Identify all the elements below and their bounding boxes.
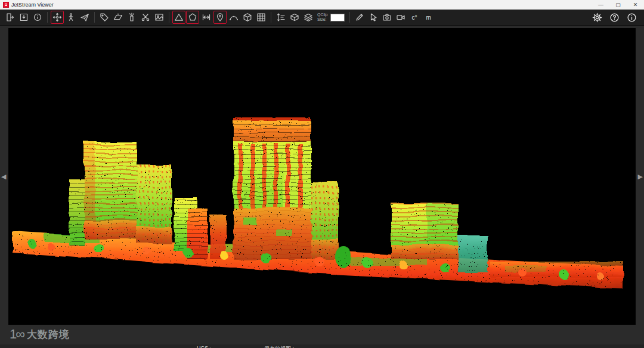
point-cloud-viewport[interactable] (8, 28, 636, 325)
prev-view-arrow[interactable]: ◀ (1, 173, 6, 180)
elevation-tool-icon[interactable] (274, 11, 287, 24)
cut-tool-icon[interactable] (139, 11, 152, 24)
qclip-size-input[interactable] (330, 14, 345, 21)
next-view-arrow[interactable]: ▶ (638, 173, 643, 180)
watermark-text: 大数跨境 (27, 328, 70, 341)
length-unit-label[interactable]: m (426, 14, 431, 21)
snapshot-region-icon[interactable] (153, 11, 166, 24)
window-title: JetStream Viewer (11, 2, 54, 8)
fly-tool-icon[interactable] (78, 11, 91, 24)
status-bar: UCS : 保存的视图 : (0, 344, 644, 348)
toolbar-right (590, 11, 640, 24)
arc-measure-icon[interactable] (227, 11, 240, 24)
qclip-size-label: QClip Size: (317, 13, 328, 22)
maximize-button[interactable]: ▢ (609, 0, 627, 10)
ucs-label: UCS : (197, 345, 211, 348)
distance-measure-icon[interactable] (200, 11, 213, 24)
volume-measure-icon[interactable] (241, 11, 254, 24)
camera-icon[interactable] (380, 11, 394, 24)
toolbar-separator (271, 12, 271, 23)
video-capture-icon[interactable] (394, 11, 407, 24)
help-icon[interactable] (608, 11, 621, 24)
titlebar: JetStream Viewer — ▢ ✕ (0, 0, 644, 10)
import-box-icon[interactable] (17, 11, 30, 24)
clip-plane-icon[interactable] (288, 11, 301, 24)
annotate-pencil-icon[interactable] (353, 11, 366, 24)
settings-gear-icon[interactable] (590, 11, 603, 24)
toolbar-separator (47, 12, 48, 23)
app-logo-icon (3, 2, 9, 8)
watermark: 1∞ 大数跨境 (10, 327, 70, 342)
grid-tool-icon[interactable] (255, 11, 268, 24)
toolbar-separator (169, 12, 169, 23)
plane-fit-tool-icon[interactable] (112, 11, 125, 24)
orbit-tool-icon[interactable] (51, 11, 64, 24)
toolbar: QClip Size: c° m (0, 10, 644, 26)
triangle-measure-icon[interactable] (172, 11, 185, 24)
open-door-icon[interactable] (4, 11, 17, 24)
viewport-area: ◀ ▶ (8, 28, 636, 325)
toolbar-separator (349, 12, 350, 23)
saved-views-label: 保存的视图 : (264, 345, 294, 348)
watermark-logo: 1∞ (10, 327, 24, 342)
walk-tool-icon[interactable] (64, 11, 78, 24)
toolbar-separator (94, 12, 95, 23)
polygon-measure-icon[interactable] (186, 11, 199, 24)
select-cursor-icon[interactable] (367, 11, 380, 24)
tag-tool-icon[interactable] (98, 11, 111, 24)
about-info-icon[interactable] (625, 11, 638, 24)
layers-icon[interactable] (302, 11, 315, 24)
minimize-button[interactable]: — (592, 0, 609, 10)
paint-tool-icon[interactable] (125, 11, 138, 24)
temperature-unit-label[interactable]: c° (412, 14, 417, 21)
qclip-size-control: QClip Size: (317, 13, 345, 22)
point-marker-icon[interactable] (213, 11, 227, 24)
info-circle-icon[interactable] (31, 11, 44, 24)
bottom-band: 1∞ 大数跨境 UCS : 保存的视图 : (0, 325, 644, 348)
close-button[interactable]: ✕ (627, 0, 644, 10)
